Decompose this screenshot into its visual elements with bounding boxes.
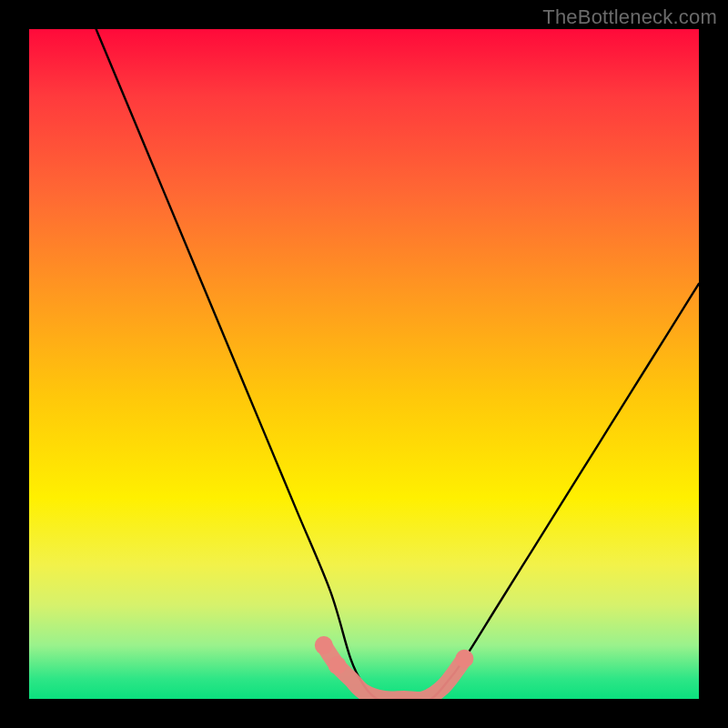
chart-frame: TheBottleneck.com [0, 0, 728, 728]
plot-area [29, 29, 699, 699]
highlight-dot [315, 636, 333, 654]
highlight-stroke [324, 645, 465, 699]
bottleneck-curve [29, 29, 699, 699]
attribution-label: TheBottleneck.com [542, 5, 717, 29]
highlight-dot [455, 650, 473, 668]
highlight-dot [329, 656, 347, 674]
